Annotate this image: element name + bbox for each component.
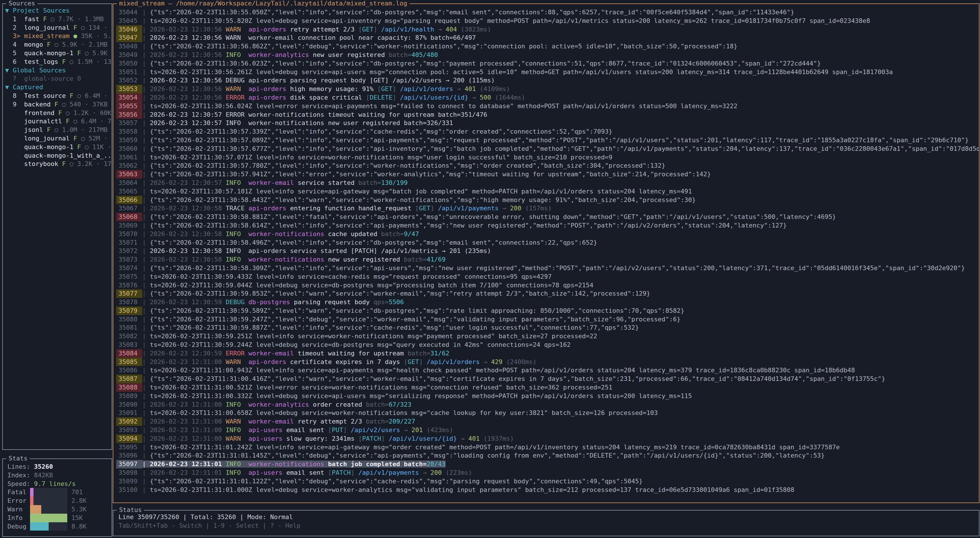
source-item-storybook[interactable]: storybook F ○ 3.2K · 173K (5, 160, 111, 168)
log-line-35086[interactable]: 35086| ts=2026-02-23T11:31:00.943Z level… (116, 366, 979, 375)
log-file-title: mixed_stream — /home/raay/Workspace/Lazy… (117, 0, 410, 8)
log-line-35069[interactable]: 35069| {"ts":"2026-02-23T11:30:58.614Z",… (116, 221, 979, 230)
log-line-35062[interactable]: 35062| {"ts":"2026-02-23T11:30:57.780Z",… (116, 161, 979, 170)
log-line-35099[interactable]: 35099| {"ts":"2026-02-23T11:31:01.122Z",… (116, 477, 979, 485)
log-line-35053[interactable]: 35053| 2026-02-23 12:30:56 WARN api-orde… (116, 85, 979, 93)
sources-panel-title: Sources (6, 0, 38, 8)
log-line-35076[interactable]: 35076| ts=2026-02-23T11:30:59.044Z level… (116, 281, 979, 290)
source-item-long_journal[interactable]: 2 long_journal F ○ 134 · 23 (5, 24, 111, 32)
log-panel: mixed_stream — /home/raay/Workspace/Lazy… (113, 3, 979, 503)
log-line-35082[interactable]: 35082| ts=2026-02-23T11:30:59.251Z level… (116, 332, 979, 341)
log-line-35081[interactable]: 35081| {"ts":"2026-02-23T11:30:59.887Z",… (116, 323, 979, 332)
log-lines[interactable]: 35044| {"ts":"2026-02-23T11:30:55.050Z",… (113, 4, 979, 503)
log-line-35066[interactable]: 35066| {"ts":"2026-02-23T11:30:58.443Z",… (116, 196, 979, 204)
log-line-35044[interactable]: 35044| {"ts":"2026-02-23T11:30:55.050Z",… (116, 8, 979, 17)
log-line-35094[interactable]: 35094| 2026-02-23 12:31:00 WARN api-user… (116, 435, 979, 443)
log-line-35052[interactable]: 35052| 2026-02-23 12:30:56 DEBUG api-ord… (116, 76, 979, 85)
stat-index: Index: 842KB (8, 471, 111, 480)
log-line-35100[interactable]: 35100| ts=2026-02-23T11:31:01.000Z level… (116, 485, 979, 494)
log-line-35071[interactable]: 35071| {"ts":"2026-02-23T11:30:58.496Z",… (116, 239, 979, 247)
log-line-35050[interactable]: 35050| {"ts":"2026-02-23T11:30:56.023Z",… (116, 59, 979, 68)
log-line-35096[interactable]: 35096| {"ts":"2026-02-23T11:31:01.145Z",… (116, 451, 979, 460)
log-line-35084[interactable]: 35084| 2026-02-23 12:30:59 ERROR worker-… (116, 349, 979, 358)
log-line-35073[interactable]: 35073| 2026-02-23 12:30:58 INFO worker-n… (116, 255, 979, 264)
log-line-35057[interactable]: 35057| 2026-02-23 12:30:57 INFO worker-n… (116, 119, 979, 127)
log-line-35080[interactable]: 35080| {"ts":"2026-02-23T11:30:59.247Z",… (116, 315, 979, 324)
log-line-35048[interactable]: 35048| {"ts":"2026-02-23T11:30:56.862Z",… (116, 42, 979, 51)
log-line-35097[interactable]: 35097| 2026-02-23 12:31:01 INFO worker-n… (116, 460, 979, 468)
log-line-35090[interactable]: 35090| 2026-02-23 12:31:00 INFO worker-a… (116, 400, 979, 409)
log-line-35078[interactable]: 35078| 2026-02-23 12:30:59 DEBUG db-post… (116, 298, 979, 307)
inactive-circle-icon: ○ (81, 143, 89, 151)
collapse-triangle-icon: ▼ (5, 67, 13, 74)
log-line-35049[interactable]: 35049| 2026-02-23 12:30:56 INFO worker-a… (116, 51, 979, 59)
source-item-Test source[interactable]: 8 Test source F ○ 6.4M · 77 (5, 92, 111, 100)
log-line-35070[interactable]: 35070| 2026-02-23 12:30:58 INFO worker-n… (116, 230, 979, 239)
inactive-circle-icon: ○ (77, 135, 85, 142)
source-item-global-source[interactable]: 7 global-source 0 (5, 75, 111, 83)
source-item-frontend[interactable]: frontend F ○ 1.2K · 60KB (5, 109, 111, 117)
source-item-test_logs[interactable]: 6 test_logs F ○ 1.5M · 130M (5, 57, 111, 66)
log-line-35067[interactable]: 35067| 2026-02-23 12:30:58 TRACE api-ord… (116, 204, 979, 213)
source-item-mixed_stream[interactable]: 3> mixed_stream ● 35K · 5.0M (5, 32, 111, 40)
log-line-35075[interactable]: 35075| ts=2026-02-23T11:30:59.433Z level… (116, 272, 979, 281)
source-item-journalctl[interactable]: journalctl F ○ 6.4M · 770 (5, 117, 111, 126)
log-line-35088[interactable]: 35088| ts=2026-02-23T11:31:00.521Z level… (116, 383, 979, 392)
source-item-mongo[interactable]: 4 mongo F ○ 5.9K · 2.1MB (5, 40, 111, 49)
stats-list: Lines: 35260Index: 842KBSpeed: 9.7 lines… (3, 459, 111, 536)
level-histogram-bar (30, 488, 67, 497)
stat-level-warn: Warn 5.3K (8, 505, 111, 514)
source-item-fast[interactable]: 1 fast F ○ 7.7K · 1.3MB (5, 15, 111, 24)
log-line-35051[interactable]: 35051| ts=2026-02-23T11:30:56.261Z level… (116, 68, 979, 76)
log-line-35045[interactable]: 35045| ts=2026-02-23T11:30:55.820Z level… (116, 17, 979, 25)
source-item-quack-mongo-1[interactable]: quack-mongo-1 F ○ 11K · 4 (5, 143, 111, 151)
inactive-circle-icon: ○ (77, 24, 85, 31)
log-line-35095[interactable]: 35095| ts=2026-02-23T11:31:01.242Z level… (116, 443, 979, 452)
status-help: Tab/Shift+Tab - Switch | 1-9 - Select | … (118, 521, 979, 530)
log-line-35092[interactable]: 35092| 2026-02-23 12:31:00 WARN worker-e… (116, 417, 979, 426)
level-histogram-bar (30, 505, 67, 514)
log-line-35091[interactable]: 35091| ts=2026-02-23T11:31:00.658Z level… (116, 409, 979, 417)
log-line-35065[interactable]: 35065| ts=2026-02-23T11:30:57.101Z level… (116, 187, 979, 196)
log-line-35064[interactable]: 35064| 2026-02-23 12:30:57 INFO worker-e… (116, 178, 979, 187)
inactive-circle-icon: ○ (51, 41, 58, 48)
log-line-35061[interactable]: 35061| ts=2026-02-23T11:30:57.071Z level… (116, 153, 979, 162)
section-header-captured[interactable]: ▼ Captured (5, 83, 111, 92)
stat-level-info: Info 15K (8, 514, 111, 522)
stat-lines: Lines: 35260 (8, 462, 111, 471)
source-item-long_journal[interactable]: long_journal F ○ 52M · 6. (5, 134, 111, 143)
log-line-35056[interactable]: 35056| 2026-02-23 12:30:57 ERROR worker-… (116, 110, 979, 119)
level-histogram-bar (30, 497, 67, 505)
inactive-circle-icon: ○ (58, 101, 66, 108)
log-line-35093[interactable]: 35093| 2026-02-23 12:31:00 INFO api-user… (116, 426, 979, 435)
log-line-35055[interactable]: 35055| ts=2026-02-23T11:30:56.024Z level… (116, 102, 979, 110)
section-header-global-sources[interactable]: ▼ Global Sources (5, 66, 111, 75)
log-line-35059[interactable]: 35059| {"ts":"2026-02-23T11:30:57.089Z",… (116, 136, 979, 145)
log-line-35083[interactable]: 35083| ts=2026-02-23T11:30:59.244Z level… (116, 341, 979, 349)
sources-list: ▼ Project Sources 1 fast F ○ 7.7K · 1.3M… (3, 4, 111, 449)
log-line-35058[interactable]: 35058| {"ts":"2026-02-23T11:30:57.339Z",… (116, 127, 979, 136)
log-line-35046[interactable]: 35046| 2026-02-23 12:30:56 WARN api-orde… (116, 25, 979, 34)
log-line-35098[interactable]: 35098| 2026-02-23 12:31:01 INFO api-user… (116, 468, 979, 477)
log-line-35089[interactable]: 35089| ts=2026-02-23T11:31:00.332Z level… (116, 392, 979, 400)
stat-level-error: Error 2.8K (8, 497, 111, 505)
log-line-35087[interactable]: 35087| {"ts":"2026-02-23T11:31:00.416Z",… (116, 375, 979, 383)
inactive-circle-icon: ○ (47, 16, 55, 22)
log-line-35054[interactable]: 35054| 2026-02-23 12:30:56 ERROR api-ord… (116, 93, 979, 102)
log-line-35085[interactable]: 35085| 2026-02-23 12:31:00 WARN api-orde… (116, 358, 979, 366)
status-panel-title: Status (117, 506, 144, 514)
source-item-quack-mongo-1_with_a_...[interactable]: quack-mongo-1_with_a_... (5, 151, 111, 160)
inactive-circle-icon: ○ (66, 160, 73, 167)
log-line-35079[interactable]: 35079| {"ts":"2026-02-23T11:30:59.589Z",… (116, 307, 979, 315)
source-item-quack-mongo-1[interactable]: 5 quack-mongo-1 F ○ 5.9K · (5, 49, 111, 57)
log-line-35068[interactable]: 35068| {"ts":"2026-02-23T11:30:58.881Z",… (116, 213, 979, 221)
log-line-35060[interactable]: 35060| {"ts":"2026-02-23T11:30:57.677Z",… (116, 145, 979, 153)
log-line-35072[interactable]: 35072| 2026-02-23 12:30:58 INFO api-orde… (116, 247, 979, 255)
log-line-35077[interactable]: 35077| {"ts":"2026-02-23T11:30:59.853Z",… (116, 289, 979, 298)
source-item-backend[interactable]: 9 backend F ○ 540 · 37KB (5, 100, 111, 109)
log-line-35063[interactable]: 35063| {"ts":"2026-02-23T11:30:57.941Z",… (116, 170, 979, 178)
source-item-jsonl[interactable]: jsonl F ○ 1.0M · 217MB (5, 126, 111, 134)
log-line-35047[interactable]: 35047| 2026-02-23 12:30:56 WARN worker-e… (116, 33, 979, 42)
log-line-35074[interactable]: 35074| {"ts":"2026-02-23T11:30:58.309Z",… (116, 264, 979, 272)
stat-level-debug: Debug 8.8K (8, 522, 111, 531)
